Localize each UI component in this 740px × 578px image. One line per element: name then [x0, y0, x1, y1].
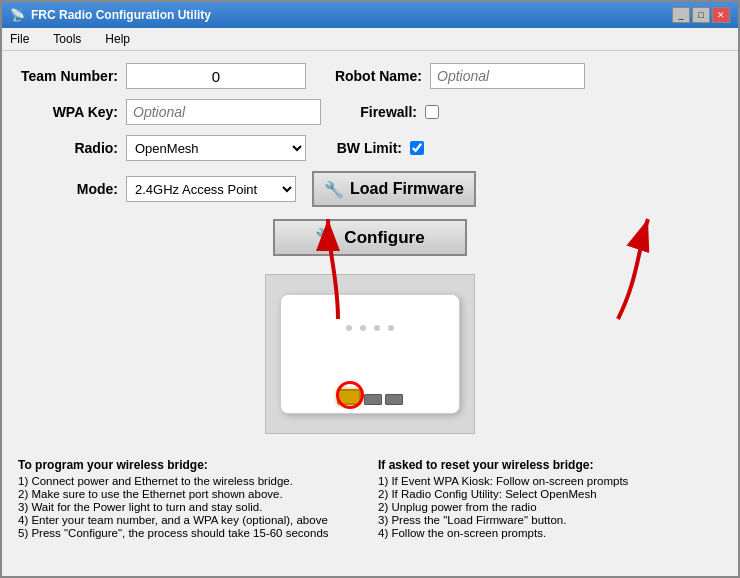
- router-dot: [374, 325, 380, 331]
- window-title: FRC Radio Configuration Utility: [31, 8, 211, 22]
- info-right-title: If asked to reset your wireless bridge:: [378, 458, 722, 472]
- firewall-row: Firewall:: [337, 104, 439, 120]
- mode-select[interactable]: 2.4GHz Access Point 5GHz Access Point Br…: [126, 176, 296, 202]
- info-left-item-4: 4) Enter your team number, and a WPA key…: [18, 514, 362, 526]
- port-highlight-circle: [336, 381, 364, 409]
- radio-select[interactable]: OpenMesh OM5P-AN OM5P-AC: [126, 135, 306, 161]
- bw-limit-checkbox[interactable]: [410, 141, 424, 155]
- menu-file[interactable]: File: [6, 30, 33, 48]
- port-2: [385, 394, 403, 405]
- info-left-item-1: 1) Connect power and Ethernet to the wir…: [18, 475, 362, 487]
- title-bar-controls: _ □ ✕: [672, 7, 730, 23]
- mode-row: Mode: 2.4GHz Access Point 5GHz Access Po…: [18, 176, 296, 202]
- configure-icon: 🔧: [315, 227, 336, 248]
- info-section: To program your wireless bridge: 1) Conn…: [18, 454, 722, 540]
- radio-row: Radio: OpenMesh OM5P-AN OM5P-AC: [18, 135, 306, 161]
- firewall-label: Firewall:: [337, 104, 417, 120]
- content-area: Team Number: Robot Name: WPA Key: Firewa…: [2, 51, 738, 576]
- info-right-item-1: 1) If Event WPA Kiosk: Follow on-screen …: [378, 475, 722, 487]
- maximize-button[interactable]: □: [692, 7, 710, 23]
- info-right-item-2: 2) If Radio Config Utility: Select OpenM…: [378, 488, 722, 500]
- info-right: If asked to reset your wireless bridge: …: [378, 458, 722, 540]
- router-image: [265, 274, 475, 434]
- port-1: [364, 394, 382, 405]
- menu-bar: File Tools Help: [2, 28, 738, 51]
- robot-name-label: Robot Name:: [322, 68, 422, 84]
- configure-button[interactable]: 🔧 Configure: [273, 219, 466, 256]
- menu-tools[interactable]: Tools: [49, 30, 85, 48]
- team-number-input[interactable]: [126, 63, 306, 89]
- info-left-item-3: 3) Wait for the Power light to turn and …: [18, 501, 362, 513]
- wpa-key-label: WPA Key:: [18, 104, 118, 120]
- radio-label: Radio:: [18, 140, 118, 156]
- robot-name-row: Robot Name:: [322, 63, 585, 89]
- minimize-button[interactable]: _: [672, 7, 690, 23]
- router-dot: [346, 325, 352, 331]
- router-body: [280, 294, 460, 414]
- close-button[interactable]: ✕: [712, 7, 730, 23]
- wpa-key-row: WPA Key:: [18, 99, 321, 125]
- robot-name-input[interactable]: [430, 63, 585, 89]
- main-window: 📡 FRC Radio Configuration Utility _ □ ✕ …: [0, 0, 740, 578]
- info-right-item-3: 2) Unplug power from the radio: [378, 501, 722, 513]
- title-bar-left: 📡 FRC Radio Configuration Utility: [10, 8, 211, 22]
- configure-label: Configure: [344, 228, 424, 248]
- firewall-checkbox[interactable]: [425, 105, 439, 119]
- team-number-row: Team Number:: [18, 63, 306, 89]
- router-dot: [360, 325, 366, 331]
- info-right-item-4: 3) Press the "Load Firmware" button.: [378, 514, 722, 526]
- load-firmware-button[interactable]: 🔧 Load Firmware: [312, 171, 476, 207]
- mode-firmware-row: Mode: 2.4GHz Access Point 5GHz Access Po…: [18, 171, 722, 207]
- team-number-label: Team Number:: [18, 68, 118, 84]
- router-dots: [346, 325, 394, 331]
- info-right-item-5: 4) Follow the on-screen prompts.: [378, 527, 722, 539]
- radio-bw-row: Radio: OpenMesh OM5P-AN OM5P-AC BW Limit…: [18, 135, 722, 161]
- wpa-key-input[interactable]: [126, 99, 321, 125]
- load-firmware-label: Load Firmware: [350, 180, 464, 198]
- info-left-item-2: 2) Make sure to use the Ethernet port sh…: [18, 488, 362, 500]
- title-bar: 📡 FRC Radio Configuration Utility _ □ ✕: [2, 2, 738, 28]
- bw-limit-row: BW Limit:: [322, 140, 424, 156]
- router-dot: [388, 325, 394, 331]
- info-left: To program your wireless bridge: 1) Conn…: [18, 458, 362, 540]
- menu-help[interactable]: Help: [101, 30, 134, 48]
- bw-limit-label: BW Limit:: [322, 140, 402, 156]
- window-icon: 📡: [10, 8, 25, 22]
- info-left-title: To program your wireless bridge:: [18, 458, 362, 472]
- mode-label: Mode:: [18, 181, 118, 197]
- info-left-item-5: 5) Press "Configure", the process should…: [18, 527, 362, 539]
- load-firmware-icon: 🔧: [324, 180, 344, 199]
